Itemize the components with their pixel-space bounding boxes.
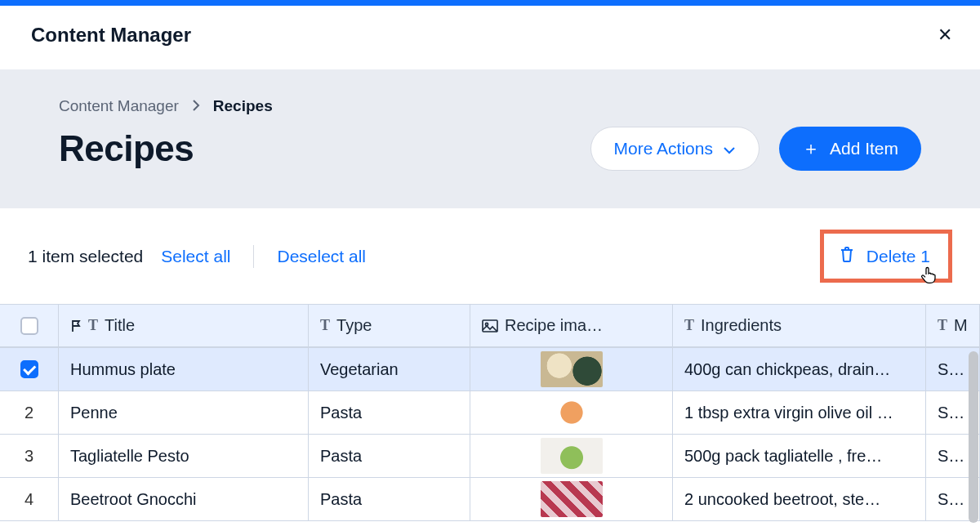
header-type[interactable]: T Type bbox=[309, 305, 470, 346]
header-title[interactable]: T Title bbox=[59, 305, 309, 346]
cell-type: Vegetarian bbox=[320, 360, 399, 379]
text-type-icon: T bbox=[938, 317, 947, 334]
trash-icon bbox=[839, 245, 855, 267]
breadcrumb: Content Manager Recipes bbox=[59, 97, 921, 115]
deselect-all-link[interactable]: Deselect all bbox=[277, 247, 366, 266]
cell-last: STEF bbox=[938, 404, 968, 422]
breadcrumb-root[interactable]: Content Manager bbox=[59, 97, 179, 115]
cell-ingredients: 1 tbsp extra virgin olive oil … bbox=[684, 404, 893, 422]
cell-type: Pasta bbox=[320, 490, 362, 509]
row-number: 3 bbox=[0, 447, 58, 466]
header-last-label: M bbox=[954, 316, 968, 335]
table-row[interactable] bbox=[0, 520, 980, 527]
row-checkbox[interactable] bbox=[20, 360, 38, 378]
recipe-thumbnail[interactable] bbox=[541, 395, 603, 431]
header-title-label: Title bbox=[105, 316, 135, 335]
breadcrumb-current: Recipes bbox=[213, 97, 273, 115]
cell-title: Penne bbox=[70, 404, 118, 422]
row-number: 4 bbox=[0, 490, 58, 509]
selection-count: 1 item selected bbox=[28, 247, 143, 266]
header-ingredients-label: Ingredients bbox=[701, 316, 782, 335]
cell-ingredients: 2 uncooked beetroot, ste… bbox=[684, 490, 880, 509]
header-image-label: Recipe ima… bbox=[505, 316, 603, 335]
row-number: 2 bbox=[0, 404, 58, 422]
cell-last: STEF bbox=[938, 360, 968, 379]
cell-last: STEF bbox=[938, 447, 968, 466]
plus-icon: ＋ bbox=[802, 140, 820, 158]
app-title: Content Manager bbox=[31, 24, 191, 47]
text-type-icon: T bbox=[320, 317, 330, 334]
data-table: T Title T Type Recipe ima… T Ingredients… bbox=[0, 304, 980, 527]
cell-title: Tagliatelle Pesto bbox=[70, 447, 189, 466]
cell-last: STEF bbox=[938, 490, 968, 509]
page-header: Content Manager Recipes Recipes More Act… bbox=[0, 69, 980, 208]
header-image[interactable]: Recipe ima… bbox=[470, 305, 673, 346]
table-row[interactable]: Hummus plate Vegetarian 400g can chickpe… bbox=[0, 347, 980, 390]
cell-title: Beetroot Gnocchi bbox=[70, 490, 197, 509]
table-row[interactable]: 3 Tagliatelle Pesto Pasta 500g pack tagl… bbox=[0, 434, 980, 477]
divider bbox=[253, 245, 254, 268]
header-checkbox-cell[interactable] bbox=[0, 305, 59, 346]
recipe-thumbnail[interactable] bbox=[541, 481, 603, 517]
select-all-link[interactable]: Select all bbox=[161, 247, 230, 266]
cursor-hand-icon bbox=[920, 266, 937, 288]
checkbox-all[interactable] bbox=[20, 317, 38, 335]
table-row[interactable]: 4 Beetroot Gnocchi Pasta 2 uncooked beet… bbox=[0, 477, 980, 520]
cell-type: Pasta bbox=[320, 447, 362, 466]
cell-ingredients: 400g can chickpeas, drain… bbox=[684, 360, 890, 379]
flag-icon bbox=[70, 319, 82, 332]
cell-title: Hummus plate bbox=[70, 360, 176, 379]
image-icon bbox=[482, 319, 498, 332]
cell-type: Pasta bbox=[320, 404, 362, 422]
cell-ingredients: 500g pack tagliatelle , fre… bbox=[684, 447, 882, 466]
recipe-thumbnail[interactable] bbox=[541, 351, 603, 387]
more-actions-button[interactable]: More Actions bbox=[590, 127, 760, 171]
more-actions-label: More Actions bbox=[614, 139, 713, 158]
chevron-down-icon bbox=[723, 139, 736, 158]
add-item-button[interactable]: ＋ Add Item bbox=[779, 127, 921, 171]
table-header-row: T Title T Type Recipe ima… T Ingredients… bbox=[0, 304, 980, 347]
header-last[interactable]: T M bbox=[926, 305, 980, 346]
top-accent-bar bbox=[0, 0, 980, 6]
text-type-icon: T bbox=[684, 317, 694, 334]
add-item-label: Add Item bbox=[830, 139, 898, 158]
chevron-right-icon bbox=[192, 98, 200, 116]
selection-bar: 1 item selected Select all Deselect all … bbox=[0, 208, 980, 304]
scrollbar-thumb[interactable] bbox=[969, 351, 978, 523]
recipe-thumbnail[interactable] bbox=[541, 438, 603, 474]
header-ingredients[interactable]: T Ingredients bbox=[673, 305, 926, 346]
titlebar: Content Manager ✕ bbox=[0, 6, 980, 69]
delete-button[interactable]: Delete 1 bbox=[820, 230, 952, 283]
page-title: Recipes bbox=[59, 128, 194, 169]
delete-label: Delete 1 bbox=[866, 247, 930, 266]
table-row[interactable]: 2 Penne Pasta 1 tbsp extra virgin olive … bbox=[0, 390, 980, 434]
text-type-icon: T bbox=[88, 317, 98, 334]
close-icon[interactable]: ✕ bbox=[938, 26, 952, 44]
header-type-label: Type bbox=[336, 316, 372, 335]
